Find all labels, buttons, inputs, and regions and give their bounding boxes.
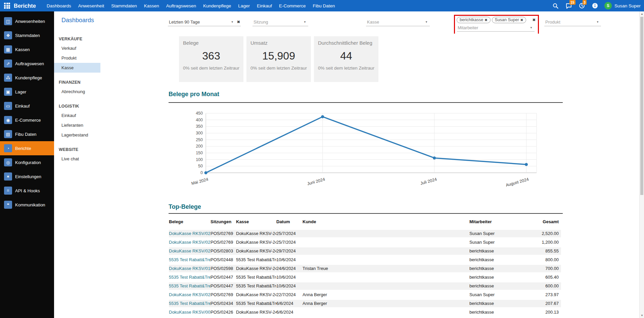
table-cell: berichtkasse (469, 256, 525, 264)
beleg-link[interactable]: 5535 Test Rabatt&Treue/0015 (169, 282, 211, 290)
scroll-down-icon[interactable]: ▼ (640, 313, 644, 318)
scrollbar-thumb[interactable] (640, 17, 643, 195)
app-grid-icon[interactable] (4, 3, 10, 9)
sidebar-item-kassen[interactable]: ▦Kassen (0, 42, 54, 56)
topnav-item-stammdaten[interactable]: Stammdaten (111, 3, 137, 8)
date-range-filter[interactable]: Letzten 90 Tage ▼ ✖ (168, 18, 241, 26)
filter-tag-berichtkasse[interactable]: berichtkasse✖ (457, 17, 491, 23)
table-cell: 5535 Test Rabatt&Tre (236, 256, 276, 264)
tag-remove-icon[interactable]: ✖ (520, 18, 523, 22)
column-header-mitarbeiter[interactable]: Mitarbeiter (469, 218, 525, 226)
column-header-kunde[interactable]: Kunde (303, 218, 469, 226)
employee-filter-tags: berichtkasse✖Susan Super✖ ✖ (455, 16, 538, 23)
column-header-sitzungen[interactable]: Sitzungen (211, 218, 236, 226)
column-header-datum[interactable]: Datum (276, 218, 303, 226)
sidebar-item-api-hooks[interactable]: ⌗API & Hooks (0, 184, 54, 198)
dashboard-nav-lagerbestand[interactable]: Lagerbestand (54, 130, 102, 140)
dashboard-nav-verkauf[interactable]: Verkauf (54, 43, 102, 53)
employee-filter-clear-icon[interactable]: ✖ (533, 18, 536, 22)
table-cell: Tristan Treue (303, 265, 469, 272)
kpi-value: 15,909 (250, 50, 307, 62)
user-name[interactable]: Susan Super (614, 3, 641, 8)
topnav-item-kassen[interactable]: Kassen (144, 3, 159, 8)
table-cell: 700.00 (525, 265, 560, 272)
table-title: Top-Belege (169, 203, 201, 210)
date-range-clear-icon[interactable]: ✖ (237, 20, 240, 24)
info-icon[interactable] (591, 2, 599, 9)
topnav-item-anwesenheit[interactable]: Anwesenheit (78, 3, 104, 8)
dashboard-nav-abrechnung[interactable]: Abrechnung (54, 87, 102, 96)
scroll-up-icon[interactable]: ▲ (640, 11, 644, 16)
employee-filter[interactable]: Mitarbeiter ▼ (457, 24, 535, 32)
messages-icon[interactable]: 15 (565, 2, 572, 9)
table-cell: 25/7/2024 (276, 230, 303, 237)
tag-remove-icon[interactable]: ✖ (485, 18, 487, 22)
master-data-icon: ❖ (4, 31, 12, 39)
table-cell: DokuKasse RKSV-24 (236, 247, 276, 255)
table-cell (303, 309, 469, 316)
sidebar-item-kundenpflege[interactable]: ⁂Kundenpflege (0, 71, 54, 85)
beleg-link[interactable]: 5535 Test Rabatt&Treue/0013 (169, 300, 211, 307)
table-cell (303, 282, 469, 290)
register-filter[interactable]: Kasse ▼ (366, 18, 430, 26)
sidebar-item-auftragswesen[interactable]: ⇗Auftragswesen (0, 56, 54, 71)
session-filter[interactable]: Sitzung ▼ (252, 18, 308, 26)
sidebar-item-konfiguration[interactable]: ◎Konfiguration (0, 155, 54, 169)
sidebar-item-label: Einstellungen (15, 174, 41, 179)
sidebar-item-berichte[interactable]: ◔Berichte (0, 141, 54, 155)
dashboard-nav-einkauf[interactable]: Einkauf (54, 111, 102, 120)
topnav-item-kundenpflege[interactable]: Kundenpflege (203, 3, 231, 8)
user-avatar[interactable]: S (604, 2, 612, 9)
beleg-link[interactable]: 5535 Test Rabatt&Treue/0016 (169, 274, 211, 281)
dashboard-nav-lieferanten[interactable]: Lieferanten (54, 120, 102, 130)
app-brand[interactable]: Berichte (14, 3, 36, 9)
table-cell: 2,520.00 (525, 230, 560, 237)
session-placeholder: Sitzung (254, 19, 302, 25)
sidebar-item-lager[interactable]: ▣Lager (0, 85, 54, 99)
dashboard-nav-kasse[interactable]: Kasse (54, 63, 100, 73)
sidebar-item-e-commerce[interactable]: ◉E-Commerce (0, 113, 54, 127)
topnav-item-dashboards[interactable]: Dashboards (47, 3, 71, 8)
beleg-link[interactable]: 5535 Test Rabatt&Treue/0017 (169, 256, 211, 264)
nav-section-header: WEBSITE (54, 144, 102, 154)
chevron-down-icon: ▼ (304, 21, 306, 24)
filter-tag-susan-super[interactable]: Susan Super✖ (492, 17, 526, 23)
activities-clock-icon[interactable]: 3 (578, 2, 586, 9)
chart-title-rule (169, 102, 563, 103)
svg-text:150: 150 (196, 151, 203, 155)
sidebar-item-label: API & Hooks (15, 188, 40, 193)
topnav-item-auftragswesen[interactable]: Auftragswesen (166, 3, 196, 8)
topnav-item-e-commerce[interactable]: E-Commerce (279, 3, 306, 8)
nav-section-header: LOGISTIK (54, 101, 102, 111)
beleg-link[interactable]: DokuKasse RKSV/0029 (169, 309, 211, 316)
sidebar-item-stammdaten[interactable]: ❖Stammdaten (0, 28, 54, 42)
registers-grid-icon: ▦ (4, 45, 12, 53)
beleg-link[interactable]: DokuKasse RKSV/0271 (169, 291, 211, 299)
beleg-link[interactable]: DokuKasse RKSV/0276 (169, 239, 211, 246)
beleg-link[interactable]: DokuKasse RKSV/0278 (169, 247, 211, 255)
sidebar-item-fibu-daten[interactable]: ▤Fibu Daten (0, 127, 54, 141)
sidebar-item-label: Einkauf (15, 104, 30, 109)
sidebar-item-label: E-Commerce (15, 118, 41, 123)
table-cell (303, 256, 469, 264)
sidebar-item-anwesenheiten[interactable]: ◫Anwesenheiten (0, 14, 54, 28)
beleg-link[interactable]: DokuKasse RKSV/0164 (169, 265, 211, 272)
column-header-gesamt[interactable]: Gesamt (525, 218, 560, 226)
dashboard-nav-produkt[interactable]: Produkt (54, 53, 102, 63)
dashboard-nav-live-chat[interactable]: Live chat (54, 154, 102, 164)
search-icon[interactable] (552, 2, 559, 9)
topnav-item-fibu-daten[interactable]: Fibu Daten (313, 3, 335, 8)
topnav-item-lager[interactable]: Lager (238, 3, 250, 8)
kpi-subtext: 0% seit dem letzten Zeitraum (183, 66, 239, 71)
kpi-subtext: 0% seit dem letzten Zeitraum (318, 66, 374, 71)
table-cell: DokuKasse RKSV-24 (236, 230, 276, 237)
sidebar-item-kommunikation[interactable]: ❝Kommunikation (0, 198, 54, 212)
beleg-link[interactable]: DokuKasse RKSV/0277 (169, 230, 211, 237)
column-header-belege[interactable]: Belege (169, 218, 211, 226)
product-filter[interactable]: Produkt ▼ (544, 18, 601, 26)
topnav-item-einkauf[interactable]: Einkauf (257, 3, 272, 8)
column-header-kasse[interactable]: Kasse (236, 218, 276, 226)
table-cell: 207.67 (525, 300, 560, 307)
sidebar-item-einkauf[interactable]: ▭Einkauf (0, 99, 54, 113)
sidebar-item-einstellungen[interactable]: ✶Einstellungen (0, 169, 54, 184)
